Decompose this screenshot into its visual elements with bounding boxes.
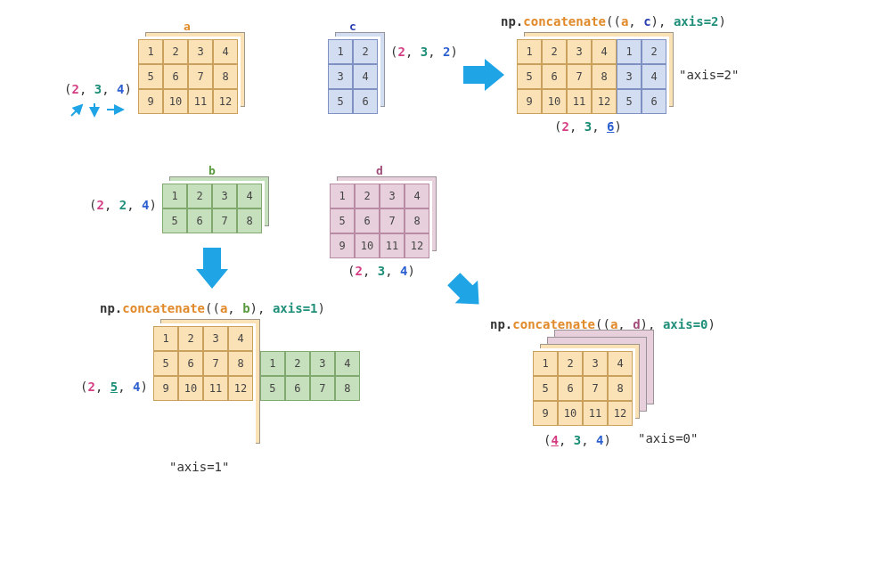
cell: 7	[188, 64, 213, 89]
cell: 5	[533, 376, 558, 401]
cell: 11	[567, 89, 592, 114]
cell: 12	[228, 376, 253, 401]
cell: 7	[567, 64, 592, 89]
cell: 11	[203, 376, 228, 401]
cell: 6	[178, 351, 203, 376]
cell: 12	[405, 233, 429, 258]
cell: 10	[163, 89, 188, 114]
cell: 5	[153, 351, 178, 376]
cell: 1	[162, 184, 187, 208]
cell: 9	[517, 89, 542, 114]
cell: 7	[583, 376, 608, 401]
cell: 1	[260, 351, 285, 376]
cell: 8	[228, 351, 253, 376]
cell: 7	[380, 208, 405, 233]
shape-direction-arrows	[66, 100, 130, 121]
result-axis0: 123456789101112	[533, 351, 633, 426]
cell: 10	[355, 233, 380, 258]
cell: 8	[405, 208, 429, 233]
array-d: 123456789101112	[330, 184, 429, 258]
cell: 4	[608, 351, 633, 376]
cell: 8	[592, 64, 617, 89]
result-axis1: 123456789101112 12345678	[153, 326, 360, 401]
shape-b: (2, 2, 4)	[89, 198, 157, 212]
cell: 10	[558, 401, 583, 426]
cell: 11	[380, 233, 405, 258]
cell: 3	[212, 184, 237, 208]
cell: 1	[330, 184, 355, 208]
result-shape-axis2: (2, 3, 6)	[554, 119, 622, 134]
result-axis2: 123456789101112 123456	[517, 39, 666, 114]
cell: 1	[328, 39, 353, 64]
cell: 3	[310, 351, 335, 376]
cell: 3	[380, 184, 405, 208]
cell: 8	[608, 376, 633, 401]
cell: 1	[517, 39, 542, 64]
caption-axis2: "axis=2"	[679, 68, 739, 82]
cell: 2	[542, 39, 567, 64]
cell: 3	[583, 351, 608, 376]
arrow-to-axis2	[462, 57, 506, 93]
code-axis2: np.concatenate((a, c), axis=2)	[501, 14, 726, 29]
cell: 12	[608, 401, 633, 426]
cell: 2	[187, 184, 212, 208]
cell: 6	[353, 89, 378, 114]
arrow-to-axis1	[194, 246, 230, 290]
cell: 1	[533, 351, 558, 376]
cell: 6	[355, 208, 380, 233]
cell: 8	[213, 64, 238, 89]
cell: 9	[533, 401, 558, 426]
cell: 1	[138, 39, 163, 64]
cell: 6	[163, 64, 188, 89]
result-shape-axis1: (2, 5, 4)	[80, 380, 148, 394]
cell: 5	[138, 64, 163, 89]
cell: 5	[617, 89, 642, 114]
cell: 9	[153, 376, 178, 401]
cell: 3	[617, 64, 642, 89]
cell: 7	[203, 351, 228, 376]
cell: 7	[310, 376, 335, 401]
cell: 5	[328, 89, 353, 114]
cell: 3	[203, 326, 228, 351]
shape-c: (2, 3, 2)	[390, 45, 458, 59]
cell: 11	[188, 89, 213, 114]
code-axis1: np.concatenate((a, b), axis=1)	[100, 301, 325, 315]
cell: 7	[212, 208, 237, 233]
cell: 9	[330, 233, 355, 258]
cell: 6	[542, 64, 567, 89]
cell: 2	[163, 39, 188, 64]
cell: 10	[178, 376, 203, 401]
cell: 4	[237, 184, 262, 208]
cell: 4	[642, 64, 666, 89]
cell: 2	[355, 184, 380, 208]
label-c: c	[349, 20, 356, 33]
arrow-to-axis0	[440, 265, 490, 315]
caption-axis0: "axis=0"	[638, 431, 698, 445]
array-c: 123456	[328, 39, 378, 114]
svg-line-0	[71, 105, 82, 116]
caption-axis1: "axis=1"	[169, 460, 229, 474]
cell: 8	[237, 208, 262, 233]
cell: 2	[642, 39, 666, 64]
array-b: 12345678	[162, 184, 262, 233]
cell: 2	[558, 351, 583, 376]
cell: 4	[228, 326, 253, 351]
cell: 5	[517, 64, 542, 89]
cell: 12	[213, 89, 238, 114]
cell: 6	[558, 376, 583, 401]
cell: 8	[335, 376, 360, 401]
cell: 3	[328, 64, 353, 89]
cell: 6	[285, 376, 310, 401]
cell: 6	[642, 89, 666, 114]
cell: 5	[330, 208, 355, 233]
cell: 3	[188, 39, 213, 64]
cell: 10	[542, 89, 567, 114]
cell: 4	[213, 39, 238, 64]
cell: 6	[187, 208, 212, 233]
cell: 2	[285, 351, 310, 376]
result-shape-axis0: (4, 3, 4)	[544, 433, 611, 447]
shape-d: (2, 3, 4)	[347, 264, 415, 278]
cell: 3	[567, 39, 592, 64]
cell: 5	[162, 208, 187, 233]
cell: 1	[153, 326, 178, 351]
